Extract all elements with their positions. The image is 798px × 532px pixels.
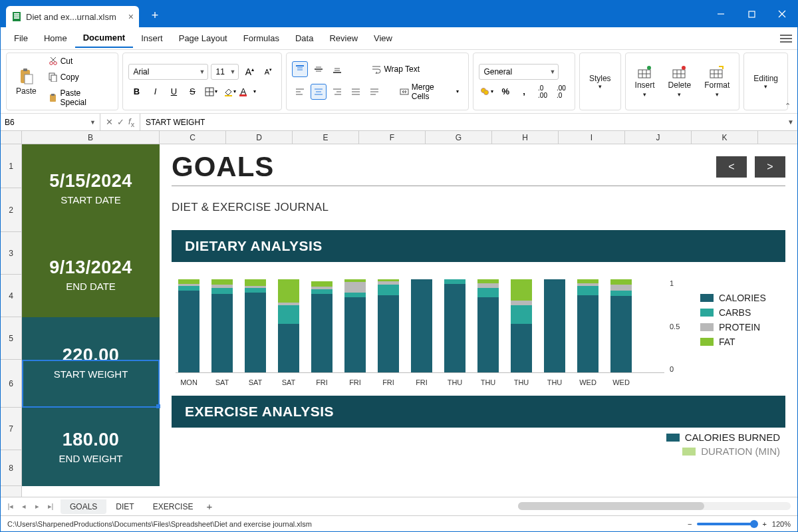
menu-view[interactable]: View [366, 29, 400, 47]
paste-special-button[interactable]: Paste Special [45, 87, 113, 108]
column-header[interactable]: F [359, 131, 426, 144]
thousands-button[interactable]: , [516, 84, 532, 100]
menu-formulas[interactable]: Formulas [235, 29, 287, 47]
insert-cells-button[interactable]: Insert▾ [631, 63, 659, 100]
collapse-ribbon-icon[interactable]: ⌃ [785, 102, 791, 110]
column-header[interactable]: D [226, 131, 293, 144]
menu-data[interactable]: Data [287, 29, 321, 47]
horizontal-scrollbar[interactable] [518, 502, 791, 510]
document-tab[interactable]: Diet and ex...urnal.xlsm × [6, 6, 139, 27]
column-header[interactable]: G [426, 131, 492, 144]
delete-cells-button[interactable]: Delete▾ [664, 63, 696, 100]
number-format-combo[interactable]: General▼ [479, 64, 559, 80]
menu-file[interactable]: File [6, 29, 36, 47]
name-box[interactable]: B6▼ [1, 114, 100, 130]
row-header[interactable]: 2 [1, 188, 21, 232]
decrease-decimal-button[interactable]: .00.0 [553, 84, 569, 100]
prev-button[interactable]: < [716, 156, 747, 178]
select-all-corner[interactable] [1, 131, 22, 144]
align-top-button[interactable] [292, 61, 308, 77]
row-header[interactable]: 4 [1, 275, 21, 317]
row-header[interactable]: 6 [1, 360, 21, 408]
percent-button[interactable]: % [497, 84, 513, 100]
font-name-combo[interactable]: Arial▼ [128, 64, 208, 80]
next-button[interactable]: > [755, 156, 785, 178]
menu-page-layout[interactable]: Page Layout [171, 29, 235, 47]
sheet-tab[interactable]: EXERCISE [144, 499, 203, 514]
zoom-slider[interactable] [697, 523, 757, 525]
underline-button[interactable]: U [166, 84, 182, 100]
bold-button[interactable]: B [128, 84, 144, 100]
tab-close-icon[interactable]: × [128, 11, 134, 22]
decrease-font-button[interactable]: A▾ [260, 64, 276, 80]
fx-icon[interactable]: fx [128, 116, 134, 128]
maximize-button[interactable] [736, 1, 767, 27]
column-header[interactable]: J [625, 131, 692, 144]
sheet-area[interactable]: 12345678 5/15/2024START DATE9/13/2024END… [1, 144, 797, 497]
borders-button[interactable]: ▾ [203, 84, 219, 100]
accept-formula-icon[interactable]: ✓ [117, 117, 124, 127]
sheet-tab[interactable]: DIET [106, 499, 143, 514]
close-window-button[interactable] [767, 1, 797, 27]
new-tab-button[interactable]: + [146, 6, 164, 25]
row-header[interactable]: 7 [1, 408, 21, 450]
column-header[interactable]: B [22, 131, 160, 144]
styles-button[interactable]: Styles▾ [585, 71, 615, 92]
chart-segment [311, 289, 332, 294]
row-header[interactable]: 3 [1, 232, 21, 275]
align-right-button[interactable] [329, 84, 345, 100]
italic-button[interactable]: I [147, 84, 163, 100]
column-header[interactable]: I [559, 131, 625, 144]
format-cells-button[interactable]: Format▾ [700, 63, 733, 100]
copy-button[interactable]: Copy [45, 71, 113, 83]
menu-overflow-icon[interactable] [780, 34, 792, 43]
align-center-button[interactable] [311, 84, 327, 100]
legend-item: CARBS [700, 307, 781, 318]
add-sheet-button[interactable]: + [206, 501, 212, 512]
column-header[interactable]: K [692, 131, 758, 144]
wrap-text-label: Wrap Text [384, 65, 420, 74]
cut-button[interactable]: Cut [45, 55, 113, 67]
sheet-nav-next[interactable]: ▸ [31, 502, 43, 511]
paste-button[interactable]: Paste [12, 65, 41, 98]
font-size-combo[interactable]: 11▼ [211, 64, 239, 80]
menu-insert[interactable]: Insert [133, 29, 171, 47]
increase-font-button[interactable]: A▴ [241, 64, 257, 80]
sheet-tab[interactable]: GOALS [61, 499, 106, 514]
sheet-nav-last[interactable]: ▸| [45, 502, 57, 511]
font-color-button[interactable]: A▾ [240, 84, 256, 100]
strikethrough-button[interactable]: S [184, 84, 200, 100]
row-header[interactable]: 5 [1, 317, 21, 360]
merge-cells-button[interactable]: Merge Cells▾ [396, 81, 464, 102]
minimize-button[interactable] [706, 1, 736, 27]
align-distributed-button[interactable] [366, 84, 382, 100]
align-justify-button[interactable] [348, 84, 364, 100]
cancel-formula-icon[interactable]: ✕ [106, 117, 113, 127]
zoom-out-button[interactable]: − [688, 520, 692, 528]
sheet-nav-prev[interactable]: ◂ [18, 502, 30, 511]
chart-segment [477, 297, 499, 372]
column-header[interactable]: C [160, 131, 226, 144]
menu-review[interactable]: Review [321, 29, 366, 47]
row-header[interactable]: 8 [1, 450, 21, 486]
styles-label: Styles [589, 74, 611, 83]
column-header[interactable]: H [492, 131, 559, 144]
wrap-text-button[interactable]: Wrap Text [368, 63, 424, 75]
sheet-nav-first[interactable]: |◂ [5, 502, 17, 511]
formula-input[interactable]: START WEIGHT [140, 114, 784, 130]
zoom-in-button[interactable]: + [762, 520, 766, 528]
fill-color-button[interactable]: ▾ [221, 84, 237, 100]
menu-home[interactable]: Home [36, 29, 75, 47]
scrollbar-thumb[interactable] [518, 502, 704, 510]
align-middle-button[interactable] [311, 61, 327, 77]
menu-document[interactable]: Document [75, 29, 134, 48]
currency-button[interactable]: ▾ [479, 84, 495, 100]
increase-decimal-button[interactable]: .0.00 [535, 84, 551, 100]
column-header[interactable]: E [293, 131, 359, 144]
align-left-button[interactable] [292, 84, 308, 100]
expand-formula-bar-icon[interactable]: ▼ [784, 114, 797, 130]
ribbon-group-styles: Styles▾ [579, 53, 621, 110]
editing-button[interactable]: Editing▾ [749, 71, 782, 92]
align-bottom-button[interactable] [329, 61, 345, 77]
row-header[interactable]: 1 [1, 144, 21, 188]
